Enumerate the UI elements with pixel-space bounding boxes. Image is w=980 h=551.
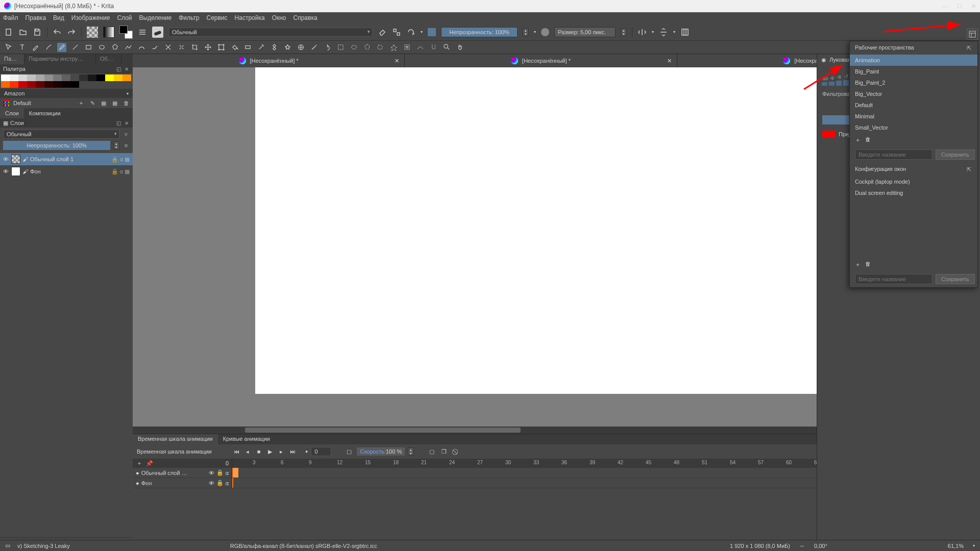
- tool-bezier[interactable]: [137, 43, 146, 52]
- palette-swatch[interactable]: [1, 81, 10, 88]
- palette-swatch[interactable]: [114, 74, 122, 81]
- workspace-chooser-button[interactable]: [967, 29, 978, 40]
- workspace-item[interactable]: Small_Vector: [850, 122, 977, 133]
- tool-freehand-path[interactable]: [150, 43, 159, 52]
- play-icon[interactable]: ▶: [265, 447, 275, 456]
- pattern-swatch[interactable]: [87, 27, 98, 38]
- onion-frame-cell[interactable]: -8: [836, 74, 842, 86]
- track-vis-icon[interactable]: 👁: [209, 470, 214, 476]
- speed-box[interactable]: Скорость:100 %: [357, 447, 405, 456]
- track-alpha-icon[interactable]: α: [226, 470, 229, 476]
- windowcfg-item[interactable]: Cockpit (laptop mode): [850, 176, 977, 187]
- grid2-icon[interactable]: ▦: [111, 99, 118, 107]
- tool-select-poly[interactable]: [362, 43, 372, 52]
- tool-smart-patch[interactable]: [283, 43, 292, 52]
- palette-swatch[interactable]: [1, 74, 10, 81]
- reload-preset-icon[interactable]: [406, 28, 415, 37]
- palette-swatch[interactable]: [88, 74, 96, 81]
- workspace-item[interactable]: Default: [850, 99, 977, 111]
- tab-compositions[interactable]: Композиции: [24, 108, 66, 118]
- menu-select[interactable]: Выделение: [139, 14, 172, 21]
- color-preview[interactable]: [428, 28, 436, 36]
- gradient-swatch[interactable]: [103, 27, 114, 38]
- tool-select-contig[interactable]: [389, 43, 398, 52]
- menu-image[interactable]: Изображение: [71, 14, 110, 21]
- workspace-name-input[interactable]: [855, 149, 933, 160]
- save-doc-icon[interactable]: [33, 28, 42, 37]
- menu-view[interactable]: Вид: [53, 14, 64, 21]
- tab-curves[interactable]: Кривые анимации: [218, 434, 275, 444]
- tool-select-ellipse[interactable]: [349, 43, 358, 52]
- tool-multibrush[interactable]: [177, 43, 186, 52]
- color-selector[interactable]: [119, 26, 133, 39]
- workspace-item[interactable]: Big_Paint: [850, 66, 977, 77]
- tool-reference[interactable]: [323, 43, 332, 52]
- track-lock-icon[interactable]: 🔒: [216, 469, 224, 476]
- tool-crop[interactable]: [190, 43, 199, 52]
- speed-spinners[interactable]: ▴▾: [408, 447, 414, 456]
- remove-keyframe-icon[interactable]: ⃠: [452, 447, 461, 456]
- workspace-add-icon[interactable]: ＋: [855, 136, 862, 143]
- minimize-icon[interactable]: —: [942, 3, 948, 10]
- tool-zoom[interactable]: [442, 43, 451, 52]
- maximize-icon[interactable]: ☐: [957, 3, 962, 10]
- close-docker-icon[interactable]: ✕: [124, 66, 130, 72]
- layer-item[interactable]: 👁 🖌 Обычный слой 1 🔒α▦: [0, 153, 133, 165]
- mirror-h-icon[interactable]: [638, 28, 647, 37]
- tool-select-similar[interactable]: [402, 43, 411, 52]
- size-slider[interactable]: Размер: 5,00 пикс.: [554, 27, 616, 37]
- tool-rect[interactable]: [84, 43, 93, 52]
- windowcfg-name-input[interactable]: [855, 274, 933, 284]
- tool-gradient[interactable]: [243, 43, 252, 52]
- skip-end-icon[interactable]: ⏭: [288, 447, 297, 456]
- tool-line[interactable]: [70, 43, 80, 52]
- menu-filter[interactable]: Фильтр: [179, 14, 199, 21]
- docker-tab-overview[interactable]: Об…: [96, 54, 121, 64]
- doc-tab-2[interactable]: [Несохранённый] * ✕: [405, 54, 677, 67]
- menu-file[interactable]: Файл: [3, 14, 18, 21]
- tool-select-free[interactable]: [376, 43, 385, 52]
- palette-swatch[interactable]: [36, 81, 44, 88]
- canvas[interactable]: [255, 67, 857, 394]
- next-frame-icon[interactable]: ▸: [277, 447, 286, 456]
- menu-layer[interactable]: Слой: [117, 14, 132, 21]
- workspace-item[interactable]: Big_Paint_2: [850, 77, 977, 88]
- tool-edit-shapes[interactable]: [31, 43, 40, 52]
- workspace-detach-icon[interactable]: ⇱: [965, 44, 972, 52]
- workspace-delete-icon[interactable]: 🗑: [865, 136, 872, 143]
- wrap-icon[interactable]: [680, 28, 690, 37]
- dup-keyframe-icon[interactable]: ❐: [439, 447, 449, 456]
- add-keyframe-icon[interactable]: ▢: [427, 447, 436, 456]
- tool-move[interactable]: [203, 43, 212, 52]
- track-pin-icon[interactable]: ●: [136, 470, 139, 476]
- alpha-lock-icon[interactable]: [392, 28, 401, 37]
- tool-transform-tool[interactable]: [216, 43, 226, 52]
- palette-swatch[interactable]: [62, 81, 70, 88]
- layer-options-icon[interactable]: ≡: [122, 142, 130, 149]
- brush-settings-icon[interactable]: [138, 28, 147, 37]
- layer-visibility-icon[interactable]: 👁: [3, 168, 9, 174]
- open-doc-icon[interactable]: [18, 28, 28, 37]
- grid1-icon[interactable]: ▦: [100, 99, 107, 107]
- onion-frame-cell[interactable]: -9: [828, 76, 835, 86]
- layer-blend-dropdown[interactable]: Обычный: [3, 130, 119, 139]
- palette-swatch[interactable]: [10, 74, 18, 81]
- tool-calligraphy[interactable]: [44, 43, 53, 52]
- menu-help[interactable]: Справка: [293, 14, 317, 21]
- menu-edit[interactable]: Правка: [26, 14, 46, 21]
- filter-layers-icon[interactable]: ▿: [122, 131, 130, 138]
- tool-select-bezier[interactable]: [415, 43, 425, 52]
- palette-swatch[interactable]: [36, 74, 44, 81]
- windowcfg-save-button[interactable]: Сохранить: [936, 274, 975, 284]
- onion-prev-color[interactable]: [822, 131, 836, 138]
- track-pin-icon[interactable]: ●: [136, 480, 139, 486]
- status-selection-icon[interactable]: ▭: [5, 542, 10, 549]
- inherit-alpha-icon[interactable]: ▦: [125, 168, 130, 175]
- tool-polyline[interactable]: [124, 43, 133, 52]
- track-vis-icon[interactable]: 👁: [209, 480, 214, 486]
- palette-selector[interactable]: Amazon ▾: [0, 89, 133, 98]
- palette-swatch[interactable]: [44, 81, 53, 88]
- docker-tab-toolopts[interactable]: Параметры инстру…: [24, 54, 96, 64]
- palette-swatch[interactable]: [27, 81, 36, 88]
- alpha-lock-icon[interactable]: α: [120, 156, 123, 163]
